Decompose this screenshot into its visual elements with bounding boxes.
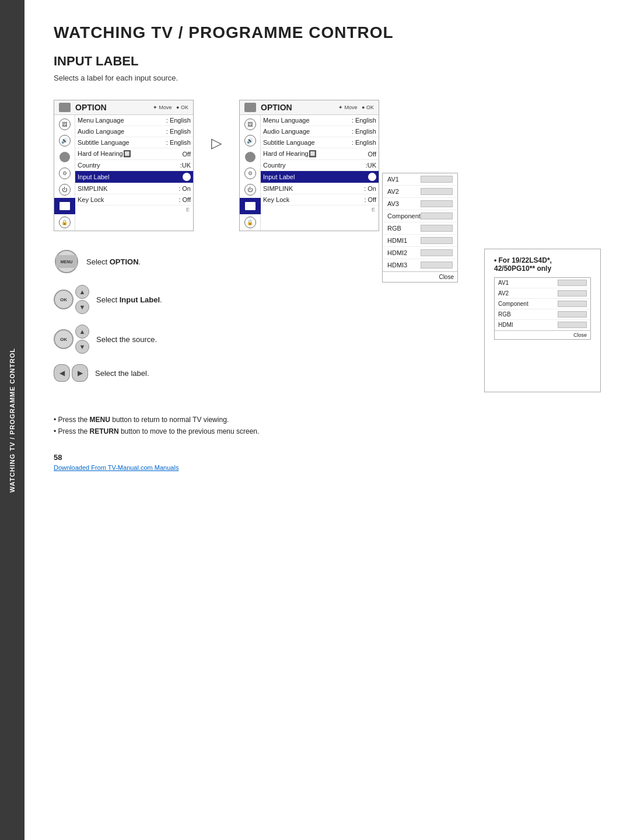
- dropdown-item-av1: AV1: [383, 173, 457, 186]
- osd-icons-col-right: 🖼 🔊 ⚙ ⏻ 🔒: [240, 115, 261, 231]
- osd-panels-row: OPTION ✦ Move ● OK 🖼 🔊 ⚙ ⏻ 🔒 Menu Langua…: [54, 100, 601, 231]
- input-label-dropdown: AV1 AV2 AV3 Component RGB HDMI1 HDMI2 HD…: [382, 173, 458, 283]
- icon-power-r: ⏻: [239, 182, 261, 198]
- arrow-divider: ▷: [211, 135, 222, 151]
- osd-header-right: OPTION ✦ Move ● OK: [240, 100, 379, 115]
- icon-audio: 🔊: [54, 133, 76, 149]
- step-2-buttons: OK ▲ ▼: [54, 285, 89, 314]
- tv-icon-left: [59, 103, 71, 112]
- step-4-buttons: ◀ ▶: [54, 364, 88, 382]
- model-item-rgb: RGB: [495, 309, 590, 320]
- osd-body-right: 🖼 🔊 ⚙ ⏻ 🔒 Menu Language : English: [240, 115, 379, 231]
- right-arrow-4: ▶: [72, 364, 88, 382]
- osd-title-left: OPTION: [75, 103, 153, 112]
- osd-title-right: OPTION: [261, 103, 338, 112]
- model-item-av1: AV1: [495, 278, 590, 288]
- up-arrow-2: ▲: [75, 285, 89, 299]
- osd-row-keylock-left: Key Lock : Off: [75, 194, 193, 205]
- osd-panel-right: OPTION ✦ Move ● OK 🖼 🔊 ⚙ ⏻ 🔒: [239, 100, 379, 231]
- section-description: Selects a label for each input source.: [54, 74, 601, 82]
- dropdown-item-hdmi2: HDMI2: [383, 247, 457, 259]
- icon-audio-r: 🔊: [239, 133, 261, 149]
- nav-arrows-3: ▲ ▼: [75, 325, 89, 354]
- model-note-title: • For 19/22LS4D*,42/50PG10** only: [494, 256, 591, 273]
- osd-rows-right: Menu Language : English Audio Language :…: [261, 115, 379, 231]
- up-arrow-3: ▲: [75, 325, 89, 339]
- model-dropdown-close[interactable]: Close: [495, 330, 590, 339]
- icon-timer: [54, 149, 76, 165]
- footer-note-1: Press the MENU button to return to norma…: [54, 416, 601, 424]
- dropdown-item-av3: AV3: [383, 198, 457, 210]
- step-3-text: Select the source.: [96, 335, 157, 344]
- osd-body-left: 🖼 🔊 ⚙ ⏻ 🔒 Menu Language : English Audio …: [54, 115, 193, 231]
- model-item-av2: AV2: [495, 288, 590, 299]
- osd-row-subtitle-language-right: Subtitle Language : English: [261, 137, 379, 148]
- model-dropdown: AV1 AV2 Component RGB HDMI Close: [494, 277, 591, 340]
- step-1-text: Select OPTION.: [86, 257, 141, 266]
- icon-lock: 🔒: [54, 214, 76, 231]
- osd-row-country-left: Country :UK: [75, 160, 193, 171]
- model-item-hdmi: HDMI: [495, 320, 590, 330]
- nav-arrows-2: ▲ ▼: [75, 285, 89, 314]
- icon-timer-r: [239, 149, 261, 165]
- osd-row-hearing-right: Hard of Hearing🔲 Off: [261, 148, 379, 160]
- step-1-outer: MENU: [55, 250, 78, 273]
- step-1-icon: MENU: [54, 249, 79, 274]
- step-2: OK ▲ ▼ Select Input Label.: [54, 285, 461, 314]
- osd-footer-left: E: [75, 205, 193, 214]
- step-2-text: Select Input Label.: [96, 295, 162, 304]
- osd-row-menu-language-right: Menu Language : English: [261, 115, 379, 126]
- icon-picture-r: 🖼: [239, 116, 261, 133]
- osd-row-country-right: Country :UK: [261, 160, 379, 171]
- page-title: WATCHING TV / PROGRAMME CONTROL: [54, 23, 601, 42]
- icon-picture: 🖼: [54, 116, 76, 133]
- footer-notes: Press the MENU button to return to norma…: [54, 416, 601, 435]
- dropdown-item-hdmi1: HDMI1: [383, 235, 457, 247]
- osd-row-input-label-right: Input Label: [261, 171, 379, 183]
- left-arrow-4: ◀: [54, 364, 70, 382]
- main-content: WATCHING TV / PROGRAMME CONTROL INPUT LA…: [24, 0, 630, 494]
- osd-row-hearing-left: Hard of Hearing🔲 Off: [75, 148, 193, 160]
- osd-nav-hint-left: ✦ Move ● OK: [153, 104, 188, 110]
- osd-row-menu-language-left: Menu Language : English: [75, 115, 193, 126]
- dropdown-item-component: Component: [383, 210, 457, 222]
- footer-note-2: Press the RETURN button to move to the p…: [54, 427, 601, 435]
- sidebar-label: WATCHING TV / PROGRAMME CONTROL: [9, 348, 16, 493]
- osd-panel-left: OPTION ✦ Move ● OK 🖼 🔊 ⚙ ⏻ 🔒 Menu Langua…: [54, 100, 194, 231]
- osd-icons-col-left: 🖼 🔊 ⚙ ⏻ 🔒: [54, 115, 75, 231]
- icon-input-r: [240, 198, 261, 214]
- right-osd-group: OPTION ✦ Move ● OK 🖼 🔊 ⚙ ⏻ 🔒: [239, 100, 379, 231]
- down-arrow-3: ▼: [75, 340, 89, 354]
- icon-option-r: ⚙: [239, 165, 261, 182]
- icon-input: [54, 198, 75, 214]
- osd-footer-right: E: [261, 205, 379, 214]
- menu-button: MENU: [56, 255, 77, 268]
- osd-row-audio-language-left: Audio Language : English: [75, 126, 193, 137]
- dropdown-close-btn[interactable]: Close: [383, 271, 457, 282]
- osd-row-subtitle-language-left: Subtitle Language : English: [75, 137, 193, 148]
- page-number: 58: [54, 453, 601, 462]
- ok-button-2: OK: [54, 290, 74, 309]
- osd-row-keylock-right: Key Lock : Off: [261, 194, 379, 205]
- step-4: ◀ ▶ Select the label.: [54, 364, 461, 382]
- down-arrow-2: ▼: [75, 300, 89, 314]
- page-footer: 58 Downloaded From TV-Manual.com Manuals: [54, 447, 601, 471]
- step-3: OK ▲ ▼ Select the source.: [54, 325, 461, 354]
- download-link[interactable]: Downloaded From TV-Manual.com Manuals: [54, 464, 601, 471]
- step-3-buttons: OK ▲ ▼: [54, 325, 89, 354]
- osd-header-left: OPTION ✦ Move ● OK: [54, 100, 193, 115]
- osd-row-audio-language-right: Audio Language : English: [261, 126, 379, 137]
- dropdown-item-av2: AV2: [383, 186, 457, 198]
- section-title: INPUT LABEL: [54, 54, 601, 69]
- osd-row-simplink-right: SIMPLINK : On: [261, 183, 379, 194]
- dropdown-item-rgb: RGB: [383, 222, 457, 235]
- model-note: • For 19/22LS4D*,42/50PG10** only AV1 AV…: [484, 249, 601, 392]
- model-item-component: Component: [495, 299, 590, 309]
- icon-lock-r: 🔒: [239, 214, 261, 231]
- step-4-text: Select the label.: [95, 369, 149, 378]
- osd-row-simplink-left: SIMPLINK : On: [75, 183, 193, 194]
- icon-power: ⏻: [54, 182, 76, 198]
- osd-nav-hint-right: ✦ Move ● OK: [338, 104, 374, 110]
- osd-rows-left: Menu Language : English Audio Language :…: [75, 115, 193, 231]
- tv-icon-right: [244, 103, 256, 112]
